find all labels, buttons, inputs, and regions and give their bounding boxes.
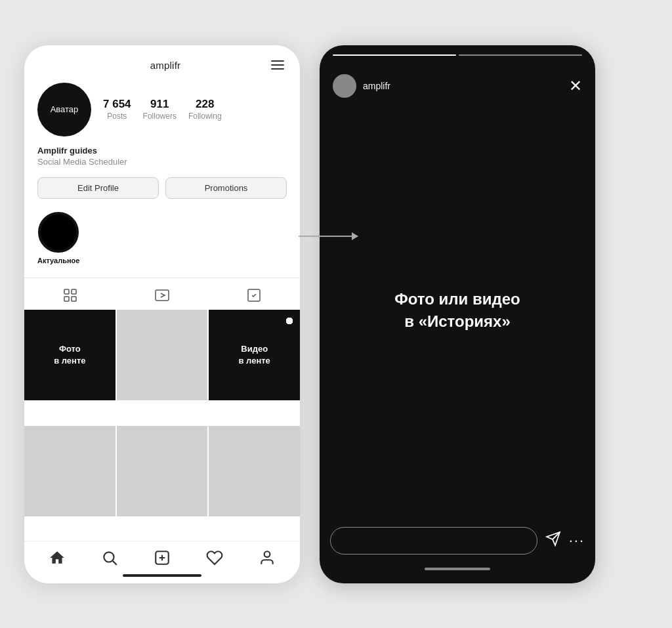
grid-cell-photo-label: Фотов ленте xyxy=(54,343,85,367)
hamburger-line-2 xyxy=(271,64,284,66)
nav-search-icon[interactable] xyxy=(101,549,118,566)
avatar[interactable]: Аватар xyxy=(37,83,91,136)
nav-profile-icon[interactable] xyxy=(259,549,276,566)
stories-section: Актуальное xyxy=(24,199,300,264)
followers-number: 911 xyxy=(150,98,169,111)
stat-posts: 7 654 Posts xyxy=(103,98,131,120)
svg-point-6 xyxy=(104,552,114,562)
stat-following: 228 Following xyxy=(188,98,222,120)
phone-left: amplifr Аватар 7 654 Posts 911 Followers xyxy=(24,45,300,583)
posts-number: 7 654 xyxy=(103,98,131,111)
avatar-label: Аватар xyxy=(51,104,79,114)
profile-bio: Amplifr guides Social Media Scheduler xyxy=(24,136,300,167)
username-label: amplifr xyxy=(150,60,180,71)
svg-rect-3 xyxy=(72,297,76,301)
more-icon[interactable]: ··· xyxy=(569,532,585,549)
phone-right: amplifr ✕ Фото или видеов «Историях» ··· xyxy=(320,45,595,583)
grid-cell-empty-3[interactable] xyxy=(117,426,208,517)
following-label: Following xyxy=(188,112,222,121)
hamburger-line-1 xyxy=(271,60,284,62)
story-circle[interactable] xyxy=(38,212,79,253)
story-main-content: Фото или видеов «Историях» xyxy=(320,104,595,516)
profile-section: Аватар 7 654 Posts 911 Followers 228 Fol… xyxy=(24,77,300,136)
bio-desc: Social Media Scheduler xyxy=(37,157,287,167)
hamburger-menu[interactable] xyxy=(271,60,284,70)
progress-segment-2 xyxy=(459,54,582,56)
svg-rect-4 xyxy=(156,290,169,301)
grid-cell-empty-2[interactable] xyxy=(24,426,116,517)
profile-buttons: Edit Profile Promotions xyxy=(24,167,300,199)
top-bar: amplifr xyxy=(24,45,300,77)
story-username: amplifr xyxy=(363,81,390,91)
edit-profile-button[interactable]: Edit Profile xyxy=(37,177,159,199)
svg-rect-2 xyxy=(64,297,69,301)
svg-rect-1 xyxy=(72,289,76,294)
posts-grid: Фотов ленте ⏺ Видеов ленте xyxy=(24,310,300,541)
grid-cell-photo[interactable]: Фотов ленте xyxy=(24,310,116,401)
story-item[interactable]: Актуальное xyxy=(37,212,79,264)
nav-heart-icon[interactable] xyxy=(206,549,223,566)
following-number: 228 xyxy=(196,98,214,111)
svg-rect-0 xyxy=(64,289,69,294)
grid-cell-video-label: Видеов ленте xyxy=(238,343,270,367)
nav-home-icon[interactable] xyxy=(49,549,66,566)
grid-cell-empty-1[interactable] xyxy=(117,310,208,401)
story-avatar xyxy=(333,74,356,98)
progress-segment-1 xyxy=(333,54,456,56)
stat-followers: 911 Followers xyxy=(143,98,177,120)
grid-cell-empty-4[interactable] xyxy=(209,426,300,517)
story-progress-bar xyxy=(333,54,582,56)
promotions-button[interactable]: Promotions xyxy=(165,177,287,199)
hamburger-line-3 xyxy=(271,68,284,70)
tabs-section xyxy=(24,278,300,310)
posts-label: Posts xyxy=(107,112,127,121)
bottom-nav xyxy=(24,541,300,572)
bio-name: Amplifr guides xyxy=(37,146,287,156)
svg-point-11 xyxy=(264,551,270,557)
tab-reels[interactable] xyxy=(154,287,170,303)
story-user-row: amplifr xyxy=(333,74,390,98)
story-inner xyxy=(41,215,76,250)
stats-row: 7 654 Posts 911 Followers 228 Following xyxy=(103,98,222,120)
svg-line-7 xyxy=(113,560,117,564)
arrow-line xyxy=(299,236,358,237)
arrow-connector xyxy=(299,236,358,237)
story-label: Актуальное xyxy=(37,257,79,264)
close-icon[interactable]: ✕ xyxy=(569,77,582,95)
story-input-bar[interactable] xyxy=(330,527,537,555)
story-bottom: ··· xyxy=(320,516,595,568)
story-home-indicator xyxy=(425,568,490,570)
send-icon[interactable] xyxy=(545,531,561,550)
tab-grid[interactable] xyxy=(62,287,78,303)
tab-tagged[interactable] xyxy=(246,287,262,303)
page-wrapper: amplifr Аватар 7 654 Posts 911 Followers xyxy=(24,45,648,583)
nav-add-icon[interactable] xyxy=(154,549,171,566)
followers-label: Followers xyxy=(143,112,177,121)
grid-cell-video[interactable]: ⏺ Видеов ленте xyxy=(209,310,300,401)
video-camera-icon: ⏺ xyxy=(284,315,295,327)
story-text: Фото или видеов «Историях» xyxy=(394,288,520,332)
